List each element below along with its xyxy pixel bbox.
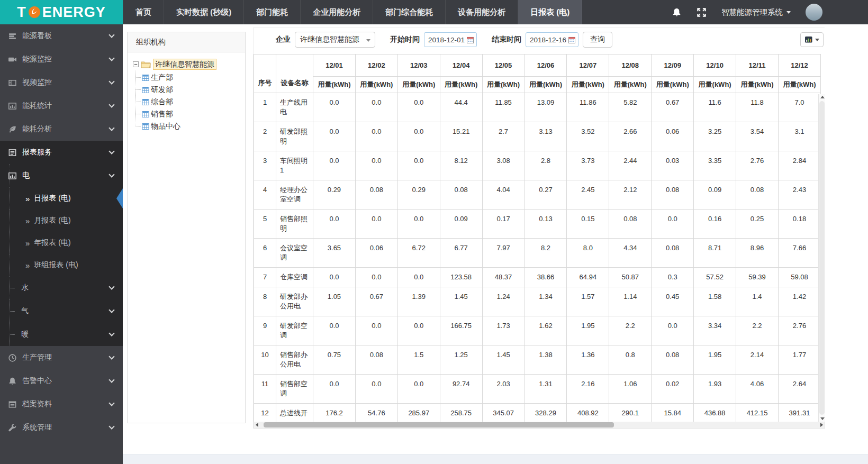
nav-tab[interactable]: 企业用能分析: [301, 0, 373, 24]
cell-value: 0.29: [397, 180, 440, 210]
nav-tab[interactable]: 首页: [123, 0, 164, 24]
cell-value: 11.85: [482, 93, 525, 122]
scroll-up-icon[interactable]: [820, 96, 825, 98]
horizontal-scrollbar[interactable]: [254, 422, 825, 429]
vertical-scroll-thumb[interactable]: [819, 101, 825, 415]
column-header-date: 12/01: [313, 54, 356, 77]
cell-value: 15.21: [440, 122, 482, 151]
cell-value: 3.54: [736, 122, 779, 151]
cell-value: 345.07: [482, 404, 525, 422]
nav-tab[interactable]: 部门综合能耗: [373, 0, 446, 24]
collapse-expander-icon[interactable]: [133, 61, 139, 67]
fullscreen-icon[interactable]: [697, 7, 707, 17]
sidebar-item[interactable]: 能源监控: [0, 48, 123, 71]
cell-value: 166.75: [440, 316, 482, 345]
nav-tab[interactable]: 设备用能分析: [446, 0, 518, 24]
scroll-right-icon[interactable]: [820, 423, 823, 427]
calendar-icon[interactable]: [568, 37, 575, 43]
active-item-marker: [116, 188, 123, 208]
sidebar-item[interactable]: 生产管理: [0, 346, 123, 369]
calendar-icon[interactable]: [467, 37, 474, 43]
cell-value: 6.72: [397, 239, 440, 268]
cell-device-name: 生产线用电: [276, 93, 313, 122]
sidebar-item[interactable]: 能源看板: [0, 24, 123, 48]
scroll-down-icon[interactable]: [820, 417, 825, 420]
cell-value: 1.06: [609, 375, 652, 404]
cell-value: 1.25: [440, 345, 482, 375]
sidebar-item[interactable]: 告警中心: [0, 369, 123, 393]
sidebar-item[interactable]: 暖: [0, 323, 123, 346]
column-header-usage: 用量(kWh): [567, 77, 609, 93]
cell-value: 0.25: [736, 210, 779, 239]
tree-node-label: 综合部: [151, 97, 173, 107]
cell-value: 0.08: [440, 180, 482, 210]
cell-value: 1.58: [694, 287, 736, 316]
cell-value: 0.06: [652, 122, 694, 151]
cell-value: 11.86: [567, 93, 609, 122]
tree-node[interactable]: 研发部: [142, 84, 242, 96]
cell-value: 50.87: [609, 268, 652, 287]
sidebar-item[interactable]: »年报表 (电): [0, 232, 123, 254]
top-right-tools: 智慧能源管理系统: [672, 0, 868, 24]
tree-root-node[interactable]: 许继信息智慧能源: [133, 59, 242, 70]
sidebar-item[interactable]: 报表服务: [0, 141, 123, 164]
sidebar-item[interactable]: »日报表 (电): [0, 187, 123, 210]
sidebar-item-label: 日报表 (电): [34, 194, 70, 203]
cell-seq: 12: [254, 404, 276, 422]
company-select[interactable]: 许继信息智慧能源: [295, 32, 375, 48]
sidebar-item[interactable]: »班组报表 (电): [0, 254, 123, 276]
table-header-row-usage: 用量(kWh)用量(kWh)用量(kWh)用量(kWh)用量(kWh)用量(kW…: [254, 77, 821, 93]
tree-node[interactable]: 物品中心: [142, 120, 242, 132]
cell-value: 0.06: [355, 239, 397, 268]
sidebar-item[interactable]: 气: [0, 299, 123, 323]
table-row: 8研发部办公用电1.050.671.391.451.241.341.571.14…: [254, 287, 821, 316]
horizontal-scroll-thumb[interactable]: [264, 422, 614, 427]
sidebar-item[interactable]: 视频监控: [0, 71, 123, 94]
cell-value: 15.84: [652, 404, 694, 422]
nav-tab[interactable]: 部门能耗: [244, 0, 301, 24]
clock-icon: [7, 353, 17, 362]
cell-value: 8.12: [440, 151, 482, 180]
chevron-down-icon: [108, 377, 114, 383]
tree-node[interactable]: 综合部: [142, 96, 242, 108]
bell-notification-icon[interactable]: [672, 7, 682, 17]
cell-device-name: 销售部空调: [276, 375, 313, 404]
sidebar-item[interactable]: 档案资料: [0, 393, 123, 416]
sidebar-item-label: 能耗统计: [22, 101, 52, 111]
content-area: 组织机构 许继信息智慧能源 生产部研发部综合部销售部物品中心 企业: [123, 24, 868, 464]
cell-value: 0.08: [652, 345, 694, 375]
column-header-date: 12/10: [694, 54, 736, 77]
sidebar-item-label: 视频监控: [22, 78, 52, 87]
cell-value: 1.24: [482, 287, 525, 316]
cell-device-name: 销售部办公用电: [276, 345, 313, 375]
chevron-down-icon: [366, 39, 370, 42]
sidebar-item[interactable]: 能耗统计: [0, 94, 123, 117]
tree-node[interactable]: 销售部: [142, 108, 242, 120]
nav-tab[interactable]: 日报表 (电): [518, 0, 582, 24]
sidebar-item[interactable]: »月报表 (电): [0, 210, 123, 232]
query-button[interactable]: 查询: [583, 32, 612, 48]
column-header-usage: 用量(kWh): [652, 77, 694, 93]
column-header-usage: 用量(kWh): [778, 77, 820, 93]
nav-tab[interactable]: 实时数据 (秒级): [164, 0, 244, 24]
column-header-date: 12/11: [736, 54, 779, 77]
sidebar-item-label: 报表服务: [22, 148, 52, 157]
cell-device-name: 车间照明1: [276, 151, 313, 180]
sidebar-item[interactable]: 电: [0, 164, 123, 187]
cell-value: 2.7: [482, 122, 525, 151]
vertical-scrollbar[interactable]: [818, 94, 825, 422]
avatar[interactable]: [806, 4, 822, 21]
cell-value: 3.34: [694, 316, 736, 345]
sidebar-item[interactable]: 系统管理: [0, 416, 123, 439]
export-button[interactable]: [800, 32, 824, 47]
cell-value: 3.08: [482, 151, 525, 180]
sidebar-item[interactable]: 水: [0, 276, 123, 299]
sidebar-item[interactable]: 能耗分析: [0, 117, 123, 141]
column-header-date: 12/06: [525, 54, 567, 77]
start-date-input[interactable]: 2018-12-01: [424, 32, 477, 47]
tree-node[interactable]: 生产部: [142, 71, 242, 84]
end-date-input[interactable]: 2018-12-16: [526, 32, 578, 47]
system-title-menu[interactable]: 智慧能源管理系统: [721, 7, 791, 17]
scroll-left-icon[interactable]: [256, 423, 258, 427]
cell-value: 1.95: [567, 316, 609, 345]
